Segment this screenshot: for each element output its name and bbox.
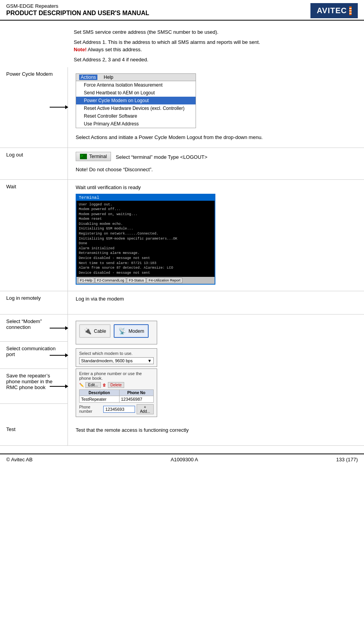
terminal-icon xyxy=(80,154,87,159)
menu-item-5[interactable]: Use Primary AEM Address xyxy=(76,120,196,128)
terminal-line-3: Modem reset xyxy=(79,217,212,222)
right-test: Test that the remote access is functioni… xyxy=(68,422,364,445)
right-logout: Terminal Select “terminal” mode Type <LO… xyxy=(68,148,364,180)
logout-note: Note! Do not choose “Disconnect”. xyxy=(76,166,358,174)
manual-title: PRODUCT DESCRIPTION AND USER'S MANUAL xyxy=(6,10,149,17)
pb-col-phone: Phone No xyxy=(119,390,153,396)
label-logout: Log out xyxy=(6,152,63,158)
terminal-line-12: Next time to send alarm: 07/21 13:103 xyxy=(79,261,212,266)
port-select-box: Select which modem to use. Standardmodem… xyxy=(76,348,157,367)
phonebook-title: Enter a phone number or use the phone bo… xyxy=(79,371,154,381)
menu-item-1[interactable]: Send Heartbeat to AEM on Logout xyxy=(76,89,196,97)
footer-btn-3[interactable]: F4-Utilization Report xyxy=(147,278,182,283)
page-number: 133 (177) xyxy=(336,457,358,462)
modem-connect-box: 🔌 Cable 📡 Modem xyxy=(76,321,157,344)
modem-button[interactable]: 📡 Modem xyxy=(114,324,149,338)
delete-spacer: 🗑 xyxy=(102,383,106,387)
row-modem-combined: Select “Modem” connection Select communi… xyxy=(0,315,364,422)
terminal-footer: F1-Help F2-CommandLog F3-Status F4-Utili… xyxy=(76,277,215,284)
phonebook-table: Description Phone No TestRepeater 123456… xyxy=(79,389,154,403)
terminal-line-13: Alarm from source 87 detected. Alarmsize… xyxy=(79,266,212,271)
copyright: © Avitec AB xyxy=(6,457,33,462)
label-test: Test xyxy=(6,426,63,432)
left-logout: Log out xyxy=(0,148,68,180)
intro-line1: Set SMS service centre address (the SMSC… xyxy=(74,28,358,36)
pb-col-desc: Description xyxy=(80,390,120,396)
doc-number: A1009300 A xyxy=(171,457,198,462)
menu-actions[interactable]: Actions xyxy=(79,75,97,80)
terminal-line-5: Initializing GSM module... xyxy=(79,226,212,231)
menu-item-4[interactable]: Reset Controller Software xyxy=(76,112,196,120)
intro-line2: Set Address 1. This is the address to wh… xyxy=(74,38,358,54)
terminal-screen: User logged out. Modem powered off... Mo… xyxy=(76,201,215,277)
menu-help[interactable]: Help xyxy=(104,75,113,80)
left-select-port: Select communication port xyxy=(0,342,68,369)
edit-spacer: ✏️ xyxy=(79,383,84,387)
test-desc: Test that the remote access is functioni… xyxy=(76,426,358,434)
label-login-remotely: Log in remotely xyxy=(6,295,63,301)
terminal-title-bar: Terminal xyxy=(76,195,215,201)
row-login-remotely: Log in remotely Log in via the modem xyxy=(0,291,364,315)
footer-btn-1[interactable]: F2-CommandLog xyxy=(95,278,126,283)
left-wait: Wait xyxy=(0,180,68,291)
page-footer: © Avitec AB A1009300 A 133 (177) xyxy=(0,454,364,465)
menu-item-0[interactable]: Force Antenna Isolation Measurement xyxy=(76,81,196,89)
terminal-line-2: Modem powered on, waiting... xyxy=(79,212,212,217)
arrow-head-port xyxy=(65,353,68,357)
footer-btn-0[interactable]: F1-Help xyxy=(78,278,94,283)
modem-label: Modem xyxy=(128,328,144,334)
label-select-port: Select communication port xyxy=(6,346,55,357)
terminal-line-10: Retransmitting alarm message. xyxy=(79,251,212,256)
phonebook-box: Enter a phone number or use the phone bo… xyxy=(76,368,157,417)
delete-button[interactable]: Delete xyxy=(108,382,125,388)
phone-number-field[interactable]: 12345693 xyxy=(103,406,135,413)
arrow-save-phone xyxy=(50,384,68,388)
login-remotely-desc: Log in via the modem xyxy=(76,295,358,303)
label-power-cycle: Power Cycle Modem xyxy=(6,71,63,77)
add-button[interactable]: + Add... xyxy=(137,404,154,414)
page-header: GSM-EDGE Repeaters PRODUCT DESCRIPTION A… xyxy=(0,0,364,21)
avitec-logo: AVITEC xyxy=(310,3,358,18)
edit-button[interactable]: Edit... xyxy=(85,382,101,388)
port-dropdown[interactable]: Standardmodem, 9600 bps ▼ xyxy=(79,357,154,364)
row-power-cycle: Power Cycle Modem Actions Help Force Ant… xyxy=(0,67,364,148)
intro-line3: Set Address 2, 3 and 4 if needed. xyxy=(74,56,358,64)
terminal-button[interactable]: Terminal xyxy=(76,152,111,161)
right-power-cycle: Actions Help Force Antenna Isolation Mea… xyxy=(68,67,364,148)
terminal-line-8: Done xyxy=(79,241,212,246)
terminal-line-4: Disabling modem echo. xyxy=(79,222,212,227)
intro-section: Set SMS service centre address (the SMSC… xyxy=(0,24,364,67)
arrow-line-port xyxy=(50,355,65,356)
terminal-btn-label: Terminal xyxy=(89,154,107,159)
menu-item-2[interactable]: Power Cycle Modem on Logout xyxy=(76,97,196,104)
arrow-head xyxy=(65,105,68,109)
pb-cell-phone: 123456987 xyxy=(119,396,153,403)
product-line: GSM-EDGE Repeaters xyxy=(6,3,149,9)
left-test: Test xyxy=(0,422,68,445)
left-modem-stack: Select “Modem” connection Select communi… xyxy=(0,315,68,422)
right-modem-combined: 🔌 Cable 📡 Modem Select which modem to us… xyxy=(68,315,364,422)
terminal-title: Terminal xyxy=(79,195,99,200)
left-select-modem: Select “Modem” connection xyxy=(0,315,68,342)
right-login-remotely: Log in via the modem xyxy=(68,291,364,314)
header-titles: GSM-EDGE Repeaters PRODUCT DESCRIPTION A… xyxy=(6,3,149,17)
arrow-line xyxy=(50,107,65,108)
main-content: Set SMS service centre address (the SMSC… xyxy=(0,21,364,446)
note-label: Note! xyxy=(74,47,87,52)
power-cycle-desc: Select Actions and initiate a Power Cycl… xyxy=(76,134,358,141)
terminal-line-7: Initializing GSM-modem specific paramete… xyxy=(79,236,212,242)
terminal-line-14: Device disabled - message not sent xyxy=(79,271,212,276)
label-wait: Wait xyxy=(6,184,63,189)
terminal-line-9: Alarm initialized xyxy=(79,246,212,251)
arrow-line-phone xyxy=(50,386,65,387)
pb-row-0[interactable]: TestRepeater 123456987 xyxy=(80,396,154,403)
cable-button[interactable]: 🔌 Cable xyxy=(79,324,111,338)
menu-item-3[interactable]: Reset Active Hardware Devices (excl. Con… xyxy=(76,104,196,112)
terminal-line-0: User logged out. xyxy=(79,202,212,207)
cable-label: Cable xyxy=(94,328,106,334)
terminal-window: Terminal User logged out. Modem powered … xyxy=(76,194,215,285)
terminal-line-1: Modem powered off... xyxy=(79,207,212,212)
left-power-cycle: Power Cycle Modem xyxy=(0,67,68,148)
footer-btn-2[interactable]: F3-Status xyxy=(127,278,146,283)
pb-cell-desc: TestRepeater xyxy=(80,396,120,403)
